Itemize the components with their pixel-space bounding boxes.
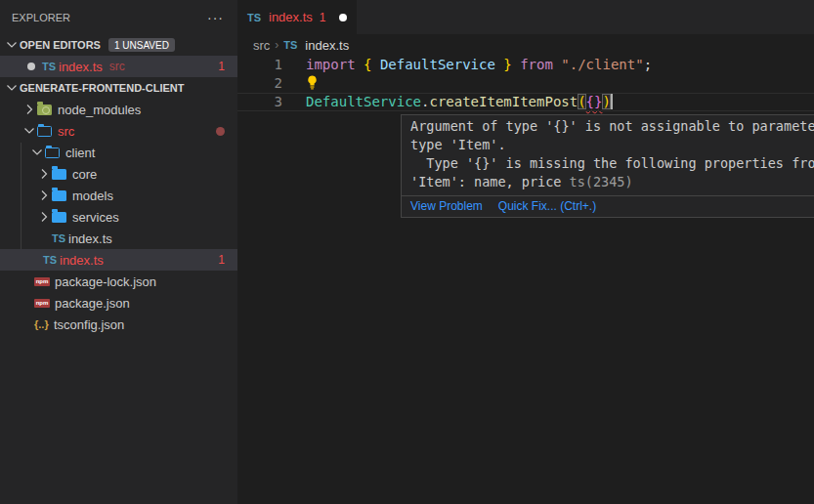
error-message-line: type 'Item'. xyxy=(410,136,814,154)
tree-item-label: core xyxy=(72,167,97,182)
tree-item-package-json[interactable]: npm package.json xyxy=(0,292,237,314)
view-problem-link[interactable]: View Problem xyxy=(410,199,483,213)
error-dot-badge xyxy=(216,127,225,136)
code-line-1: 1 import { DefaultService } from "./clie… xyxy=(237,56,814,74)
unsaved-dot-icon[interactable] xyxy=(339,14,347,21)
breadcrumb: src › TS index.ts xyxy=(237,34,814,56)
explorer-header: EXPLORER ··· xyxy=(0,0,237,34)
lightbulb-icon[interactable] xyxy=(306,75,319,95)
import-binding: DefaultService xyxy=(371,57,503,72)
typescript-file-icon: TS xyxy=(52,232,68,244)
typescript-file-icon: TS xyxy=(42,61,59,72)
problem-count-badge: 1 xyxy=(218,60,225,73)
tree-item-label: package.json xyxy=(55,296,130,311)
breadcrumb-file[interactable]: index.ts xyxy=(305,38,349,53)
tree-item-label: services xyxy=(72,210,119,225)
node-modules-folder-icon xyxy=(37,105,52,115)
typescript-file-icon: TS xyxy=(283,39,300,51)
tree-item-models[interactable]: models xyxy=(0,185,237,206)
tree-item-core[interactable]: core xyxy=(0,163,237,185)
tree-item-client-index-ts[interactable]: TS index.ts xyxy=(0,228,237,249)
npm-icon: npm xyxy=(34,277,50,286)
brace: } xyxy=(503,57,511,72)
error-message-line: Type '{}' is missing the following prope… xyxy=(410,154,814,173)
tree-item-src[interactable]: src xyxy=(0,120,237,142)
open-editor-item-index-ts[interactable]: TS index.ts src 1 xyxy=(0,56,237,77)
module-string: "./client" xyxy=(561,57,643,72)
current-line-highlight xyxy=(237,93,814,111)
tree-item-label: client xyxy=(65,146,95,160)
open-editors-label: OPEN EDITORS xyxy=(20,39,101,51)
tree-item-label: node_modules xyxy=(58,103,141,117)
folder-icon xyxy=(52,212,66,223)
open-editors-header[interactable]: OPEN EDITORS 1 UNSAVED xyxy=(0,34,237,56)
error-message-line: 'Item': name, price xyxy=(410,174,570,189)
tree-item-label: index.ts xyxy=(68,231,112,246)
quick-fix-link[interactable]: Quick Fix... (Ctrl+.) xyxy=(498,199,596,213)
tree-item-label: tsconfig.json xyxy=(54,317,124,332)
chevron-right-icon xyxy=(36,209,52,225)
tree-item-src-index-ts[interactable]: TS index.ts 1 xyxy=(0,249,237,271)
tree-item-services[interactable]: services xyxy=(0,206,237,228)
error-code: ts(2345) xyxy=(570,174,633,189)
keyword-import: import xyxy=(306,57,364,72)
chevron-right-icon xyxy=(21,102,37,117)
npm-icon: npm xyxy=(34,299,50,308)
dirty-dot-icon xyxy=(27,63,35,70)
breadcrumb-folder[interactable]: src xyxy=(253,38,270,53)
code-line-2: 2 xyxy=(237,74,814,93)
tree-item-tsconfig-json[interactable]: {..} tsconfig.json xyxy=(0,314,237,335)
chevron-down-icon xyxy=(4,80,20,96)
chevron-down-icon xyxy=(4,37,20,53)
explorer-title: EXPLORER xyxy=(12,12,70,23)
tree-item-package-lock-json[interactable]: npm package-lock.json xyxy=(0,271,237,292)
error-hover-tooltip: Argument of type '{}' is not assignable … xyxy=(401,114,814,218)
json-braces-icon: {..} xyxy=(34,318,54,330)
hover-actions: View Problem Quick Fix... (Ctrl+.) xyxy=(402,195,814,217)
project-name-label: GENERATE-FRONTEND-CLIENT xyxy=(20,82,184,94)
line-number: 1 xyxy=(237,56,282,74)
error-message-line: Argument of type '{}' is not assignable … xyxy=(410,117,814,136)
chevron-right-icon xyxy=(36,188,52,203)
editor-area: TS index.ts 1 src › TS index.ts 1 import… xyxy=(237,0,814,504)
chevron-separator-icon: › xyxy=(275,38,278,52)
tree-item-node-modules[interactable]: node_modules xyxy=(0,99,237,120)
typescript-file-icon: TS xyxy=(43,254,60,266)
more-actions-icon[interactable]: ··· xyxy=(207,10,224,25)
tree-item-label: models xyxy=(72,189,113,203)
tree-item-label: package-lock.json xyxy=(55,274,156,289)
folder-icon xyxy=(52,190,66,201)
explorer-sidebar: EXPLORER ··· OPEN EDITORS 1 UNSAVED TS i… xyxy=(0,0,237,504)
semicolon: ; xyxy=(644,57,652,72)
tab-problem-count: 1 xyxy=(320,11,326,24)
tree-item-client[interactable]: client xyxy=(0,142,237,163)
project-section-header[interactable]: GENERATE-FRONTEND-CLIENT xyxy=(0,77,237,99)
problem-count-badge: 1 xyxy=(218,253,225,267)
folder-open-icon xyxy=(37,126,52,137)
chevron-down-icon xyxy=(21,123,37,139)
open-editor-file-name: index.ts xyxy=(59,60,103,74)
unsaved-badge: 1 UNSAVED xyxy=(108,38,175,52)
error-message: Argument of type '{}' is not assignable … xyxy=(402,115,814,195)
tree-item-label: index.ts xyxy=(60,253,104,268)
folder-icon xyxy=(52,169,66,180)
keyword-from: from xyxy=(512,57,562,72)
folder-open-icon xyxy=(45,147,60,158)
chevron-down-icon xyxy=(29,145,45,160)
chevron-right-icon xyxy=(36,166,52,182)
code-editor[interactable]: 1 import { DefaultService } from "./clie… xyxy=(237,56,814,111)
tab-bar: TS index.ts 1 xyxy=(237,0,814,34)
tab-index-ts[interactable]: TS index.ts 1 xyxy=(237,0,357,34)
open-editor-file-path: src xyxy=(109,60,125,73)
typescript-file-icon: TS xyxy=(247,12,264,23)
line-number: 2 xyxy=(237,74,282,93)
tab-label: index.ts xyxy=(269,10,313,24)
tree-item-label: src xyxy=(58,124,74,139)
